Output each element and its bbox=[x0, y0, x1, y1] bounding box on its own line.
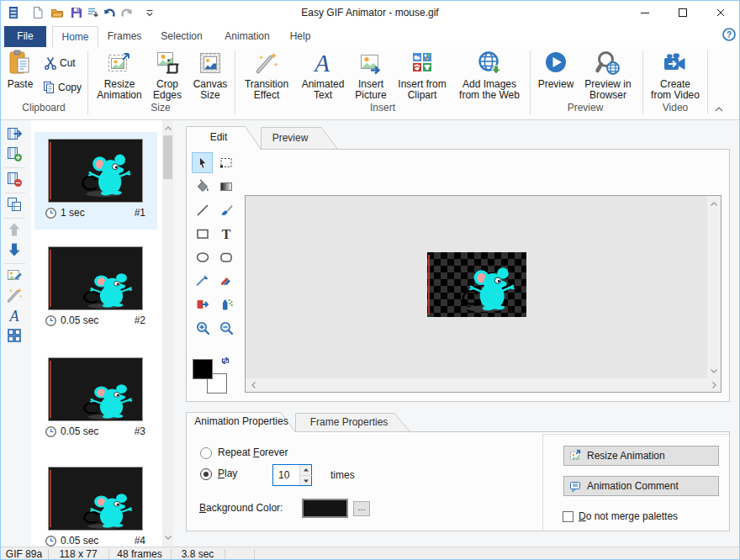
edit-frame-button[interactable] bbox=[6, 267, 24, 285]
frame-item-4[interactable]: 0.05 sec#4 bbox=[31, 455, 173, 547]
animated-text-button[interactable]: AAnimatedText bbox=[296, 49, 350, 101]
spin-down-button[interactable] bbox=[303, 478, 309, 484]
resize-animation-icon bbox=[106, 50, 133, 77]
frame-effect-button[interactable] bbox=[6, 287, 24, 305]
repeat-forever-radio[interactable] bbox=[200, 447, 212, 459]
customize-toolbar-button[interactable] bbox=[143, 6, 158, 21]
tab-file[interactable]: File bbox=[4, 26, 46, 47]
manage-frames-button[interactable] bbox=[6, 327, 24, 346]
open-file-button[interactable] bbox=[50, 6, 66, 21]
color-picker-button[interactable]: ... bbox=[353, 501, 370, 516]
transition-effect-button[interactable]: TransitionEffect bbox=[240, 49, 293, 101]
scrollbar-thumb[interactable] bbox=[163, 135, 172, 179]
move-frame-up-button[interactable] bbox=[6, 221, 24, 240]
rounded-rect-tool-button[interactable] bbox=[215, 246, 236, 267]
tab-help[interactable]: Help bbox=[281, 26, 320, 47]
tab-animation-properties[interactable]: Animation Properties bbox=[191, 415, 292, 427]
ribbon-separator bbox=[707, 50, 708, 114]
eraser-tool-button[interactable] bbox=[215, 270, 236, 291]
close-button[interactable] bbox=[701, 0, 739, 25]
spray-tool-button[interactable] bbox=[215, 293, 236, 314]
create-from-video-button[interactable]: Createfrom Video bbox=[644, 49, 706, 101]
tab-home[interactable]: Home bbox=[52, 26, 98, 48]
frame-text-button[interactable]: A bbox=[6, 307, 24, 325]
cut-button[interactable]: Cut bbox=[44, 55, 76, 70]
canvas-size-button[interactable]: CanvasSize bbox=[188, 49, 232, 101]
export-frames-button[interactable] bbox=[86, 6, 101, 21]
frame-item-1[interactable]: 1 sec#1 bbox=[31, 127, 173, 230]
tab-selection[interactable]: Selection bbox=[151, 26, 213, 47]
spinner-buttons[interactable] bbox=[299, 465, 311, 485]
eyedropper-tool-button[interactable] bbox=[192, 270, 213, 291]
delete-frame-button[interactable] bbox=[6, 171, 24, 189]
swap-colors-button[interactable] bbox=[219, 355, 231, 367]
text-tool-button[interactable]: T bbox=[215, 223, 236, 244]
ellipse-tool-button[interactable] bbox=[192, 246, 213, 267]
tab-frame-properties[interactable]: Frame Properties bbox=[299, 416, 399, 428]
move-frame-down-button[interactable] bbox=[6, 241, 24, 260]
save-icon bbox=[70, 6, 83, 19]
status-cell-3: 48 frames bbox=[108, 548, 171, 560]
add-images-from-the-web-button[interactable]: Add Imagesfrom the Web bbox=[452, 49, 526, 101]
ribbon-collapse-button[interactable] bbox=[711, 103, 727, 116]
status-bar: GIF 89a118 x 7748 frames3.8 sec bbox=[0, 547, 740, 560]
maximize-button[interactable] bbox=[663, 0, 701, 25]
scroll-down-arrow[interactable] bbox=[162, 532, 173, 542]
canvas-hscrollbar[interactable] bbox=[246, 378, 721, 392]
save-button[interactable] bbox=[70, 6, 85, 21]
merge-palettes-checkbox[interactable] bbox=[563, 511, 574, 522]
edit-frame-icon bbox=[6, 267, 23, 283]
play-radio[interactable] bbox=[200, 468, 212, 480]
zoom-in-tool-button[interactable] bbox=[192, 317, 213, 338]
transparency-tool-button[interactable] bbox=[192, 293, 213, 314]
extract-frames-button[interactable] bbox=[6, 125, 24, 144]
canvas-image bbox=[427, 252, 526, 317]
scroll-up-arrow[interactable] bbox=[162, 124, 173, 134]
copy-button[interactable]: Copy bbox=[42, 80, 82, 94]
preview-button[interactable]: Preview bbox=[531, 49, 580, 90]
spin-up-button[interactable] bbox=[303, 467, 309, 473]
help-button[interactable]: ? bbox=[722, 28, 736, 41]
gradient-tool-button[interactable] bbox=[215, 176, 236, 197]
brush-tool-button[interactable] bbox=[215, 199, 236, 220]
insert-from-clipart-button[interactable]: Insert fromClipart bbox=[392, 49, 452, 101]
preview-in-browser-button[interactable]: Preview inBrowser bbox=[579, 49, 637, 101]
insert-picture-button[interactable]: InsertPicture bbox=[349, 49, 393, 101]
brush-tool-icon bbox=[219, 203, 234, 218]
scroll-down-arrow[interactable] bbox=[709, 366, 719, 376]
tab-frames[interactable]: Frames bbox=[101, 26, 148, 47]
scroll-right-arrow[interactable] bbox=[709, 380, 719, 390]
resize-animation-button[interactable]: Resize Animation bbox=[563, 446, 719, 466]
resize-animation-button[interactable]: ResizeAnimation bbox=[94, 49, 145, 101]
undo-button[interactable] bbox=[103, 6, 118, 21]
add-frame-button[interactable] bbox=[6, 145, 24, 164]
canvas-area[interactable] bbox=[245, 195, 722, 393]
foreground-color-swatch[interactable] bbox=[193, 359, 213, 379]
minimize-button[interactable] bbox=[626, 0, 663, 25]
status-separator bbox=[108, 549, 109, 559]
scroll-up-arrow[interactable] bbox=[709, 199, 719, 209]
paste-button[interactable]: Paste bbox=[1, 49, 40, 90]
select-tool-button[interactable] bbox=[192, 152, 213, 173]
duplicate-frame-button[interactable] bbox=[6, 196, 24, 214]
new-file-button[interactable] bbox=[31, 6, 46, 21]
tab-animation[interactable]: Animation bbox=[215, 26, 279, 47]
fill-tool-button[interactable] bbox=[192, 176, 213, 197]
line-tool-button[interactable] bbox=[192, 199, 213, 220]
frame-item-3[interactable]: 0.05 sec#3 bbox=[31, 346, 173, 448]
marquee-tool-button[interactable] bbox=[215, 152, 236, 173]
zoom-out-tool-button[interactable] bbox=[215, 317, 236, 338]
redo-button[interactable] bbox=[120, 6, 135, 21]
tab-edit[interactable]: Edit bbox=[193, 131, 244, 143]
tab-preview-editor[interactable]: Preview bbox=[265, 132, 315, 144]
background-color-swatch[interactable] bbox=[302, 499, 348, 518]
frame-item-2[interactable]: 0.05 sec#2 bbox=[31, 235, 173, 337]
animation-comment-button[interactable]: Animation Comment bbox=[563, 476, 719, 496]
frames-scrollbar[interactable] bbox=[162, 120, 173, 547]
clock-icon bbox=[45, 314, 57, 327]
canvas-vscrollbar[interactable] bbox=[707, 196, 721, 380]
play-times-spinner[interactable]: 10 bbox=[272, 464, 312, 486]
rectangle-tool-button[interactable] bbox=[192, 223, 213, 244]
scroll-left-arrow[interactable] bbox=[249, 380, 259, 390]
crop-edges-button[interactable]: CropEdges bbox=[146, 49, 188, 101]
